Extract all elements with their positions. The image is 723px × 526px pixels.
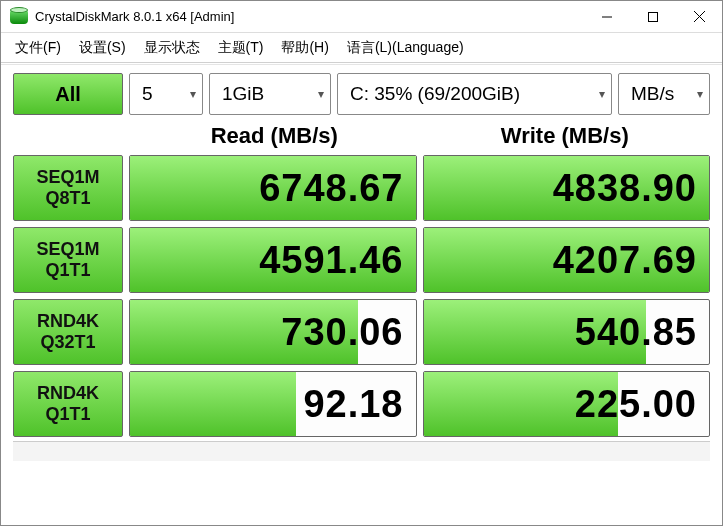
title-bar: CrystalDiskMark 8.0.1 x64 [Admin]	[1, 1, 722, 33]
test-size-value: 1GiB	[222, 83, 264, 105]
status-bar	[13, 441, 710, 461]
read-cell: 4591.46	[129, 227, 417, 293]
read-cell: 92.18	[129, 371, 417, 437]
test-button-rnd4k-q1t1[interactable]: RND4K Q1T1	[13, 371, 123, 437]
minimize-button[interactable]	[584, 1, 630, 32]
selector-row: All 5 ▾ 1GiB ▾ C: 35% (69/200GiB) ▾ MB/s…	[13, 73, 710, 115]
unit-value: MB/s	[631, 83, 674, 105]
test-button-seq1m-q8t1[interactable]: SEQ1M Q8T1	[13, 155, 123, 221]
write-cell: 225.00	[423, 371, 711, 437]
test-row: SEQ1M Q1T1 4591.46 4207.69	[13, 227, 710, 293]
test-count-select[interactable]: 5 ▾	[129, 73, 203, 115]
maximize-icon	[648, 12, 658, 22]
menu-display[interactable]: 显示状态	[136, 36, 208, 60]
read-value: 6748.67	[259, 167, 403, 210]
write-cell: 4207.69	[423, 227, 711, 293]
test-row: SEQ1M Q8T1 6748.67 4838.90	[13, 155, 710, 221]
chevron-down-icon: ▾	[318, 87, 324, 101]
menu-language[interactable]: 语言(L)(Language)	[339, 36, 472, 60]
write-cell: 540.85	[423, 299, 711, 365]
app-icon	[9, 7, 29, 27]
test-label-line2: Q8T1	[45, 188, 90, 209]
read-value: 730.06	[281, 311, 403, 354]
test-row: RND4K Q1T1 92.18 225.00	[13, 371, 710, 437]
test-row: RND4K Q32T1 730.06 540.85	[13, 299, 710, 365]
test-label-line1: RND4K	[37, 311, 99, 332]
test-label-line2: Q32T1	[40, 332, 95, 353]
test-count-value: 5	[142, 83, 153, 105]
drive-value: C: 35% (69/200GiB)	[350, 83, 520, 105]
test-button-rnd4k-q32t1[interactable]: RND4K Q32T1	[13, 299, 123, 365]
maximize-button[interactable]	[630, 1, 676, 32]
run-all-label: All	[55, 83, 81, 106]
test-label-line2: Q1T1	[45, 404, 90, 425]
write-column-header: Write (MB/s)	[420, 117, 711, 155]
read-cell: 6748.67	[129, 155, 417, 221]
close-button[interactable]	[676, 1, 722, 32]
menu-help[interactable]: 帮助(H)	[273, 36, 336, 60]
window-buttons	[584, 1, 722, 32]
test-label-line1: SEQ1M	[36, 167, 99, 188]
menu-theme[interactable]: 主题(T)	[210, 36, 272, 60]
write-value: 540.85	[575, 311, 697, 354]
read-bar	[130, 372, 296, 436]
read-value: 92.18	[303, 383, 403, 426]
read-value: 4591.46	[259, 239, 403, 282]
window-title: CrystalDiskMark 8.0.1 x64 [Admin]	[35, 9, 584, 24]
chevron-down-icon: ▾	[190, 87, 196, 101]
write-value: 4838.90	[553, 167, 697, 210]
content: All 5 ▾ 1GiB ▾ C: 35% (69/200GiB) ▾ MB/s…	[1, 65, 722, 473]
chevron-down-icon: ▾	[599, 87, 605, 101]
close-icon	[694, 11, 705, 22]
unit-select[interactable]: MB/s ▾	[618, 73, 710, 115]
menu-bar: 文件(F) 设置(S) 显示状态 主题(T) 帮助(H) 语言(L)(Langu…	[1, 33, 722, 63]
write-cell: 4838.90	[423, 155, 711, 221]
menu-file[interactable]: 文件(F)	[7, 36, 69, 60]
run-all-button[interactable]: All	[13, 73, 123, 115]
minimize-icon	[602, 12, 612, 22]
read-column-header: Read (MB/s)	[129, 117, 420, 155]
svg-rect-1	[649, 12, 658, 21]
tests-grid: SEQ1M Q8T1 6748.67 4838.90 SEQ1M Q1T1 45…	[13, 155, 710, 437]
write-value: 225.00	[575, 383, 697, 426]
test-label-line1: SEQ1M	[36, 239, 99, 260]
menu-settings[interactable]: 设置(S)	[71, 36, 134, 60]
drive-select[interactable]: C: 35% (69/200GiB) ▾	[337, 73, 612, 115]
write-value: 4207.69	[553, 239, 697, 282]
test-size-select[interactable]: 1GiB ▾	[209, 73, 331, 115]
test-button-seq1m-q1t1[interactable]: SEQ1M Q1T1	[13, 227, 123, 293]
test-label-line1: RND4K	[37, 383, 99, 404]
chevron-down-icon: ▾	[697, 87, 703, 101]
column-header-row: Read (MB/s) Write (MB/s)	[13, 117, 710, 155]
read-cell: 730.06	[129, 299, 417, 365]
test-label-line2: Q1T1	[45, 260, 90, 281]
